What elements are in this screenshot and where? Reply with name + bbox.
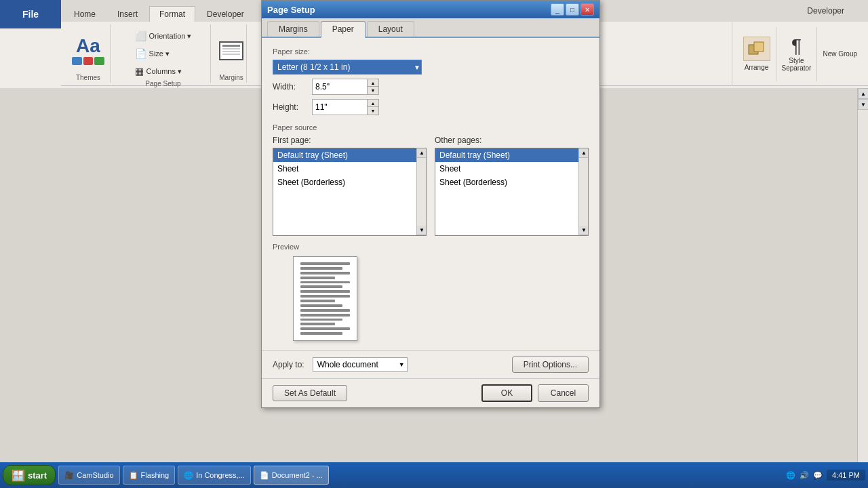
preview-line-9 bbox=[300, 300, 335, 302]
width-down-button[interactable]: ▼ bbox=[368, 87, 378, 94]
congress-label: In Congress,... bbox=[196, 471, 245, 479]
taskbar-congress[interactable]: 🌐 In Congress,... bbox=[178, 466, 251, 485]
list-item-borderless-first[interactable]: Sheet (Borderless) bbox=[273, 176, 426, 189]
print-options-button[interactable]: Print Options... bbox=[512, 357, 589, 373]
preview-line-16 bbox=[300, 332, 342, 335]
preview-line-11 bbox=[300, 309, 350, 312]
width-input[interactable] bbox=[313, 81, 367, 93]
close-button[interactable]: ✕ bbox=[580, 3, 594, 16]
taskbar-clock[interactable]: 4:41 PM bbox=[827, 470, 865, 481]
orientation-button[interactable]: ⬜ Orientation ▾ bbox=[130, 28, 197, 43]
page-setup-dialog: Page Setup _ □ ✕ Margins Paper Layout Pa… bbox=[261, 0, 600, 408]
network-icon: 🌐 bbox=[786, 471, 795, 480]
tab-home[interactable]: Home bbox=[64, 6, 106, 22]
file-tab[interactable]: File bbox=[0, 0, 61, 28]
other-pages-scrollbar: ▲ ▼ bbox=[578, 148, 588, 235]
orientation-label: Orientation ▾ bbox=[149, 32, 192, 41]
first-page-list-inner: Default tray (Sheet) Sheet Sheet (Border… bbox=[273, 148, 426, 235]
list-item-sheet-other[interactable]: Sheet bbox=[435, 162, 588, 176]
scroll-down-button[interactable]: ▼ bbox=[858, 99, 868, 110]
style-sep-icon: ¶ bbox=[791, 37, 802, 56]
paper-size-label: Paper size: bbox=[273, 47, 589, 56]
first-page-scroll-up[interactable]: ▲ bbox=[417, 148, 427, 158]
tab-layout[interactable]: Layout bbox=[367, 21, 414, 37]
vertical-scrollbar[interactable]: ▲ ▼ bbox=[857, 88, 868, 462]
dialog-controls: _ □ ✕ bbox=[551, 3, 594, 16]
preview-line-7 bbox=[300, 290, 350, 293]
developer-tab-label[interactable]: Developer bbox=[797, 3, 854, 19]
aa-logo: Aa bbox=[76, 37, 100, 56]
dialog-body: Paper size: Letter (8 1/2 x 11 in) Legal… bbox=[262, 38, 599, 350]
first-page-scroll-down[interactable]: ▼ bbox=[417, 226, 427, 235]
list-item-default-first[interactable]: Default tray (Sheet) bbox=[273, 148, 426, 162]
dialog-bottom: Apply to: Whole document This point forw… bbox=[262, 350, 599, 378]
size-button[interactable]: 📄 Size ▾ bbox=[130, 46, 174, 61]
height-down-button[interactable]: ▼ bbox=[368, 107, 378, 115]
volume-icon: 🔊 bbox=[800, 471, 809, 480]
tab-developer[interactable]: Developer bbox=[197, 6, 254, 22]
preview-line-2 bbox=[300, 267, 342, 270]
other-pages-scroll-up[interactable]: ▲ bbox=[579, 148, 589, 158]
style-sep-group[interactable]: ¶ Style Separator bbox=[782, 37, 812, 72]
clock-time: 4:41 PM bbox=[832, 471, 860, 479]
cancel-button[interactable]: Cancel bbox=[538, 384, 589, 402]
document2-label: Document2 - ... bbox=[272, 471, 323, 479]
developer-tab-area: Developer bbox=[797, 0, 854, 22]
message-icon: 💬 bbox=[813, 471, 823, 480]
preview-box bbox=[273, 256, 589, 341]
windows-logo-icon: 🪟 bbox=[12, 469, 25, 482]
preview-line-14 bbox=[300, 323, 335, 325]
minimize-button[interactable]: _ bbox=[551, 3, 564, 16]
first-page-group: First page: Default tray (Sheet) Sheet S… bbox=[273, 136, 427, 236]
apply-to-select[interactable]: Whole document This point forward bbox=[313, 357, 408, 372]
columns-label: Columns ▾ bbox=[146, 67, 182, 76]
tab-insert[interactable]: Insert bbox=[107, 6, 148, 22]
arrange-button[interactable]: Arrange bbox=[743, 37, 770, 71]
set-as-default-button[interactable]: Set As Default bbox=[273, 385, 347, 401]
new-group-btn[interactable]: New Group bbox=[823, 50, 857, 58]
margins-group[interactable]: Margins bbox=[216, 24, 247, 83]
list-item-default-other[interactable]: Default tray (Sheet) bbox=[435, 148, 588, 162]
start-button[interactable]: 🪟 start bbox=[3, 465, 56, 485]
list-item-borderless-other[interactable]: Sheet (Borderless) bbox=[435, 176, 588, 189]
other-pages-scroll-down[interactable]: ▼ bbox=[579, 226, 589, 235]
maximize-button[interactable]: □ bbox=[566, 3, 579, 16]
preview-line-10 bbox=[300, 304, 342, 307]
tab-margins[interactable]: Margins bbox=[267, 21, 319, 37]
scroll-up-button[interactable]: ▲ bbox=[858, 88, 868, 99]
svg-rect-1 bbox=[754, 42, 764, 52]
columns-button[interactable]: ▦ Columns ▾ bbox=[130, 64, 186, 79]
other-pages-label: Other pages: bbox=[435, 136, 589, 145]
congress-icon: 🌐 bbox=[184, 471, 193, 480]
themes-group: Aa Themes bbox=[66, 24, 111, 83]
taskbar-document2[interactable]: 📄 Document2 - ... bbox=[254, 466, 329, 485]
tab-paper[interactable]: Paper bbox=[321, 21, 366, 38]
ok-button[interactable]: OK bbox=[481, 384, 532, 402]
preview-line-13 bbox=[300, 319, 342, 321]
list-item-sheet-first[interactable]: Sheet bbox=[273, 162, 426, 176]
paper-size-row: Letter (8 1/2 x 11 in) Legal (8 1/2 x 14… bbox=[273, 60, 589, 75]
preview-line-4 bbox=[300, 277, 335, 279]
preview-section: Preview bbox=[273, 243, 589, 341]
tab-format[interactable]: Format bbox=[149, 6, 195, 22]
height-spin: ▲ ▼ bbox=[367, 100, 378, 115]
width-up-button[interactable]: ▲ bbox=[368, 79, 378, 87]
height-up-button[interactable]: ▲ bbox=[368, 100, 378, 107]
taskbar-flashing[interactable]: 📋 Flashing bbox=[123, 466, 176, 485]
height-input-container: ▲ ▼ bbox=[312, 99, 379, 115]
preview-line-15 bbox=[300, 327, 350, 330]
height-input[interactable] bbox=[313, 101, 367, 113]
other-pages-list-inner: Default tray (Sheet) Sheet Sheet (Border… bbox=[435, 148, 588, 235]
preview-line-3 bbox=[300, 272, 350, 274]
first-page-scrollbar: ▲ ▼ bbox=[416, 148, 426, 235]
new-group-label: New Group bbox=[823, 50, 857, 58]
taskbar-camstudio[interactable]: 🎥 CamStudio bbox=[58, 466, 119, 485]
source-row: First page: Default tray (Sheet) Sheet S… bbox=[273, 136, 589, 236]
height-row: Height: ▲ ▼ bbox=[273, 99, 589, 115]
paper-size-container: Letter (8 1/2 x 11 in) Legal (8 1/2 x 14… bbox=[273, 60, 422, 75]
developer-ribbon-area: Arrange ¶ Style Separator New Group bbox=[732, 22, 869, 86]
size-icon: 📄 bbox=[135, 48, 146, 59]
arrange-icon bbox=[743, 37, 770, 61]
paper-size-select[interactable]: Letter (8 1/2 x 11 in) Legal (8 1/2 x 14… bbox=[273, 60, 422, 75]
dialog-buttons: Set As Default OK Cancel bbox=[262, 378, 599, 407]
